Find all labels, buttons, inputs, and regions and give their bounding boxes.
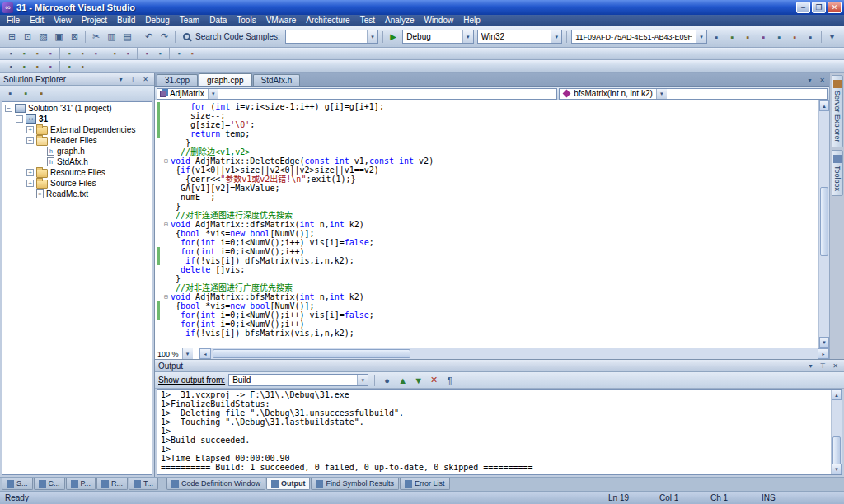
- stop-debug-icon[interactable]: ▪: [31, 49, 43, 59]
- new-project-icon[interactable]: ⊞: [5, 30, 19, 44]
- comment-icon[interactable]: ▪: [109, 49, 120, 59]
- next-bookmark-icon[interactable]: ▪: [186, 49, 198, 59]
- code-text[interactable]: size--;: [171, 111, 225, 120]
- solution-configuration-combo[interactable]: Debug: [402, 30, 473, 44]
- tree-expander-icon[interactable]: −: [16, 115, 23, 123]
- bookmark-prev-icon[interactable]: ▪: [63, 61, 75, 72]
- menu-item-tools[interactable]: Tools: [232, 15, 260, 26]
- members-dropdown[interactable]: bfsMatrix(int n, int k2): [559, 88, 828, 100]
- collapse-box-icon[interactable]: ⊟: [162, 292, 171, 301]
- member-list-icon[interactable]: ▪: [5, 61, 16, 72]
- chevron-down-icon[interactable]: [696, 30, 706, 43]
- doc-tab-graph-cpp[interactable]: graph.cpp: [199, 73, 251, 86]
- message-next-icon[interactable]: ▼: [411, 373, 425, 387]
- scroll-down-icon[interactable]: [819, 337, 829, 348]
- scroll-up-icon[interactable]: [832, 390, 842, 400]
- menu-item-build[interactable]: Build: [112, 15, 140, 26]
- menu-item-team[interactable]: Team: [175, 15, 204, 26]
- code-text[interactable]: }: [171, 202, 181, 211]
- chevron-down-icon[interactable]: [551, 30, 561, 43]
- find-combo[interactable]: 11F09AFD-75AD-4E51-AB43-E09H: [571, 30, 707, 44]
- close-panel-icon[interactable]: [830, 361, 841, 371]
- tool-window-tab-s[interactable]: S...: [2, 478, 33, 490]
- code-text[interactable]: {bool *vis=new bool[NumV()];: [171, 229, 315, 238]
- chevron-down-icon[interactable]: [462, 30, 473, 43]
- quick-info-icon[interactable]: ▪: [31, 61, 43, 72]
- tree-item-stdafx-h[interactable]: StdAfx.h: [2, 156, 152, 167]
- code-text[interactable]: //删除边<v1,v2>: [171, 147, 250, 156]
- toggle-bookmark-icon[interactable]: ▪: [173, 49, 185, 59]
- search-samples-input[interactable]: [285, 30, 378, 44]
- find-message-icon[interactable]: ●: [380, 373, 394, 387]
- menu-item-architecture[interactable]: Architecture: [301, 15, 354, 26]
- code-text[interactable]: {bool *vis=new bool[NumV()];: [171, 301, 315, 310]
- tree-expander-icon[interactable]: +: [26, 169, 34, 176]
- code-text[interactable]: for(int i=0;i<NumV();i++) vis[i]=false;: [171, 310, 374, 320]
- tree-item-solution-31-1-project[interactable]: −Solution '31' (1 project): [2, 103, 152, 114]
- collapse-box-icon[interactable]: ⊟: [162, 220, 171, 229]
- uncomment-icon[interactable]: ▪: [122, 49, 134, 59]
- word-wrap-icon[interactable]: ¶: [443, 373, 457, 387]
- tree-item-graph-h[interactable]: graph.h: [2, 146, 152, 156]
- tree-expander-icon[interactable]: −: [5, 105, 12, 112]
- parameter-info-icon[interactable]: ▪: [18, 61, 30, 72]
- save-icon[interactable]: ▣: [52, 30, 66, 44]
- horizontal-scrollbar-thumb[interactable]: [213, 349, 410, 358]
- window-position-icon[interactable]: [115, 74, 126, 84]
- scrollbar-thumb[interactable]: [820, 187, 828, 256]
- code-text[interactable]: void AdjMatrix::bfsMatrix(int n,int k2): [171, 292, 364, 301]
- undo-icon[interactable]: ↶: [142, 30, 156, 44]
- maximize-button[interactable]: ❐: [812, 2, 826, 13]
- menu-item-debug[interactable]: Debug: [140, 15, 174, 26]
- tool-window-tab-t[interactable]: T...: [129, 478, 158, 490]
- output-vertical-scrollbar[interactable]: [831, 390, 842, 474]
- menu-item-window[interactable]: Window: [420, 15, 459, 26]
- tree-item-source-files[interactable]: +Source Files: [2, 178, 152, 189]
- break-all-icon[interactable]: ▪: [18, 49, 30, 59]
- menu-item-view[interactable]: View: [49, 15, 77, 26]
- code-text[interactable]: void AdjMatrix::dfsMatrix(int n,int k2): [171, 220, 364, 229]
- auto-hide-pin-icon[interactable]: [818, 361, 828, 371]
- tree-expander-icon[interactable]: −: [26, 137, 34, 144]
- window-position-icon[interactable]: [805, 361, 816, 371]
- scroll-up-icon[interactable]: [819, 100, 829, 111]
- extension-manager-icon[interactable]: ▪: [804, 30, 818, 44]
- code-text[interactable]: if(!vis[i]) bfsMatrix(vis,i,n,k2);: [171, 329, 354, 338]
- object-browser-icon[interactable]: ▪: [772, 30, 786, 44]
- code-text[interactable]: GA[v1][v2]=MaxValue;: [171, 184, 279, 193]
- chevron-down-icon[interactable]: [208, 89, 218, 99]
- tree-expander-icon[interactable]: +: [26, 126, 34, 133]
- menu-item-analyze[interactable]: Analyze: [380, 15, 420, 26]
- scroll-right-icon[interactable]: [818, 348, 829, 359]
- add-item-icon[interactable]: ⊡: [21, 30, 35, 44]
- refresh-icon[interactable]: ▪: [35, 86, 49, 100]
- menu-item-project[interactable]: Project: [77, 15, 112, 26]
- properties-icon[interactable]: ▪: [3, 86, 17, 100]
- scroll-down-icon[interactable]: [832, 464, 842, 474]
- menu-item-test[interactable]: Test: [355, 15, 380, 26]
- tool-window-tab-r[interactable]: R...: [96, 478, 128, 490]
- tree-item-external-dependencies[interactable]: +External Dependencies: [2, 124, 152, 135]
- horizontal-scroll-track[interactable]: [211, 348, 818, 359]
- build-solution-icon[interactable]: ▪: [5, 49, 16, 59]
- code-text[interactable]: //对非连通图进行广度优先搜索: [171, 283, 293, 292]
- step-over-icon[interactable]: ▪: [77, 49, 88, 59]
- solution-platform-combo[interactable]: Win32: [477, 30, 563, 44]
- code-text[interactable]: for (int i=v;i<size-1;i++) g[i]=g[i+1];: [171, 102, 384, 111]
- code-text[interactable]: //对非连通图进行深度优先搜索: [171, 211, 293, 220]
- doc-tab-31-cpp[interactable]: 31.cpp: [157, 74, 198, 86]
- code-text[interactable]: if(!vis[i]) dfsMatrix(vis,i,n,k2);: [171, 256, 354, 265]
- start-debug-icon[interactable]: ▶: [387, 30, 400, 44]
- close-panel-icon[interactable]: [140, 74, 151, 84]
- code-text[interactable]: {if(v1<0||v1>size||v2<0||v2>size||v1==v2…: [171, 166, 379, 175]
- save-all-icon[interactable]: ⊠: [68, 30, 82, 44]
- code-text[interactable]: for(int i=0;i<NumV();i++): [171, 247, 305, 256]
- menu-item-vmware[interactable]: VMware: [261, 15, 302, 26]
- tree-item-31[interactable]: −31: [2, 114, 152, 124]
- side-tab-toolbox[interactable]: Toolbox: [832, 150, 843, 196]
- toolbar-options-icon[interactable]: ▾: [825, 30, 839, 44]
- paste-icon[interactable]: ▤: [120, 30, 134, 44]
- open-file-icon[interactable]: ▨: [36, 30, 50, 44]
- types-dropdown[interactable]: AdjMatrix: [157, 88, 557, 100]
- tree-item-readme-txt[interactable]: ReadMe.txt: [2, 189, 152, 199]
